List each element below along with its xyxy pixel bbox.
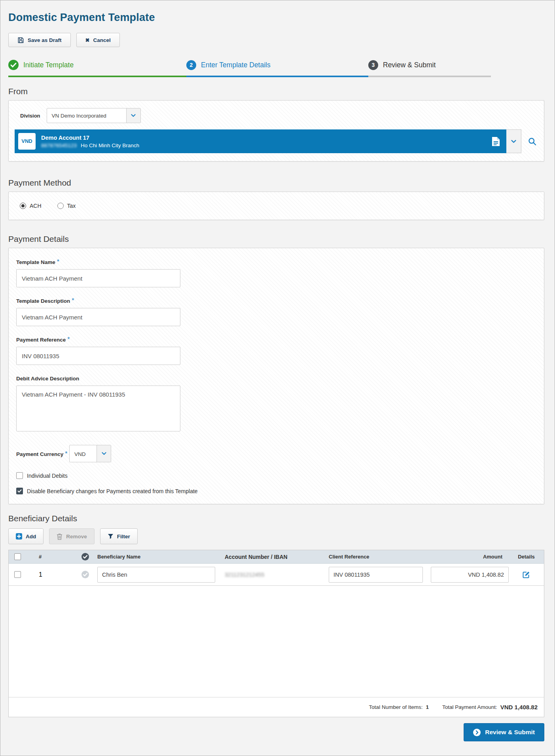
beneficiary-table: # Beneficiary Name Account Number / IBAN… — [8, 550, 544, 717]
required-asterisk: * — [65, 450, 67, 457]
checkbox-unchecked-icon[interactable] — [16, 472, 23, 479]
cancel-button[interactable]: ✖ Cancel — [76, 33, 120, 47]
row-checkbox[interactable] — [14, 571, 21, 578]
filter-funnel-icon — [108, 534, 114, 539]
table-totals-row: Total Number of Items: 1 Total Payment A… — [9, 697, 544, 717]
account-info: Demo Account 17 887876545123 Ho Chi Minh… — [41, 134, 492, 148]
payment-reference-label: Payment Reference — [16, 337, 66, 343]
domestic-payment-template-page: Domestic Payment Template Save as Draft … — [0, 0, 555, 756]
debit-advice-description-group: Debit Advice Description Vietnam ACH Pay… — [16, 375, 544, 431]
individual-debits-checkbox-row[interactable]: Individual Debits — [16, 472, 544, 479]
amount-input[interactable] — [431, 567, 509, 583]
account-number-redacted: 887876545123 — [41, 142, 77, 148]
status-check-circle-icon — [81, 553, 89, 560]
index-header: # — [26, 554, 58, 560]
amount-header: Amount — [428, 554, 509, 560]
payment-details-heading: Payment Details — [8, 234, 544, 244]
footer-actions: Review & Submit — [8, 723, 544, 741]
payment-currency-select[interactable]: VND — [69, 445, 111, 462]
account-search-icon[interactable] — [528, 137, 536, 146]
from-panel: Division VN Demo Incorporated VND Demo A… — [8, 100, 544, 161]
account-name: Demo Account 17 — [41, 135, 89, 141]
step-number-badge: 3 — [368, 60, 378, 70]
total-items-value: 1 — [426, 704, 429, 710]
division-select[interactable]: VN Demo Incorporated — [47, 108, 141, 123]
total-amount-value: VND 1,408.82 — [500, 704, 538, 710]
step-progress-bar-complete — [8, 76, 186, 77]
division-selected-value: VN Demo Incorporated — [47, 108, 126, 123]
review-submit-button[interactable]: Review & Submit — [464, 723, 544, 741]
payment-reference-group: Payment Reference* — [16, 336, 544, 365]
payment-currency-group: Payment Currency* VND — [16, 441, 544, 462]
edit-details-icon[interactable] — [522, 570, 530, 579]
payment-reference-input[interactable] — [16, 347, 180, 365]
details-header: Details — [509, 554, 544, 560]
remove-beneficiary-button[interactable]: Remove — [49, 528, 95, 544]
step-progress-bar-active — [186, 76, 368, 77]
required-asterisk: * — [57, 258, 59, 265]
template-description-input[interactable] — [16, 308, 180, 326]
payment-currency-label: Payment Currency — [16, 451, 63, 457]
radio-tax[interactable]: Tax — [57, 203, 76, 209]
row-status-check-circle-icon — [81, 571, 89, 578]
beneficiary-name-input[interactable] — [97, 567, 215, 583]
payment-method-options: ACH Tax — [20, 203, 76, 209]
chevron-down-icon[interactable] — [97, 445, 111, 462]
required-asterisk: * — [67, 336, 70, 343]
step-progress-bar-pending — [368, 76, 491, 77]
division-label: Division — [20, 113, 40, 119]
total-items-label: Total Number of Items: — [369, 704, 423, 710]
debit-advice-description-label: Debit Advice Description — [16, 376, 79, 382]
radio-ach[interactable]: ACH — [20, 203, 42, 209]
add-beneficiary-button[interactable]: Add — [8, 528, 44, 544]
total-amount-label: Total Payment Amount: — [442, 704, 497, 710]
table-empty-area — [9, 586, 544, 697]
step-initiate-template[interactable]: Initiate Template — [8, 60, 186, 77]
row-index: 1 — [26, 571, 58, 578]
remove-label: Remove — [66, 534, 87, 539]
beneficiary-account-number-redacted: 3211231212455 — [225, 572, 264, 578]
step-indicator: Initiate Template 2 Enter Template Detai… — [8, 60, 544, 77]
division-row: Division VN Demo Incorporated — [15, 108, 538, 123]
add-plus-icon — [16, 533, 22, 539]
review-submit-label: Review & Submit — [485, 729, 535, 736]
step-label: Enter Template Details — [201, 61, 271, 69]
client-reference-input[interactable] — [329, 567, 423, 583]
radio-selected-icon — [20, 203, 26, 209]
template-description-group: Template Description* — [16, 297, 544, 326]
account-number-header: Account Number / IBAN — [220, 554, 329, 560]
account-chevron-down-icon[interactable] — [506, 129, 521, 153]
beneficiary-table-header: # Beneficiary Name Account Number / IBAN… — [9, 550, 544, 564]
required-asterisk: * — [72, 297, 74, 304]
disable-beneficiary-label: Disable Beneficiary changes for Payments… — [27, 488, 198, 494]
chevron-down-icon[interactable] — [126, 108, 140, 123]
template-description-label: Template Description — [16, 298, 70, 304]
currency-badge: VND — [18, 133, 36, 150]
step-label: Initiate Template — [23, 61, 74, 69]
cancel-label: Cancel — [93, 37, 110, 43]
step-number-badge: 2 — [186, 60, 196, 70]
beneficiary-details-heading: Beneficiary Details — [8, 514, 544, 523]
payment-details-panel: Template Name* Template Description* Pay… — [8, 248, 544, 504]
step-label: Review & Submit — [383, 61, 436, 69]
select-all-checkbox[interactable] — [14, 553, 21, 560]
from-heading: From — [8, 87, 544, 96]
save-as-draft-button[interactable]: Save as Draft — [8, 33, 71, 47]
disable-beneficiary-checkbox-row[interactable]: Disable Beneficiary changes for Payments… — [16, 488, 544, 494]
individual-debits-label: Individual Debits — [27, 473, 68, 479]
template-name-group: Template Name* — [16, 258, 544, 287]
template-name-label: Template Name — [16, 259, 55, 265]
debit-advice-description-textarea[interactable]: Vietnam ACH Payment - INV 08011935 — [16, 386, 180, 431]
step-review-submit[interactable]: 3 Review & Submit — [368, 60, 491, 77]
checkbox-checked-icon[interactable] — [16, 488, 23, 494]
radio-label: Tax — [67, 203, 76, 209]
payment-currency-value: VND — [70, 445, 97, 463]
account-row: VND Demo Account 17 887876545123 Ho Chi … — [15, 129, 538, 153]
account-statement-document-icon[interactable] — [492, 137, 500, 146]
step-enter-template-details[interactable]: 2 Enter Template Details — [186, 60, 368, 77]
template-name-input[interactable] — [16, 269, 180, 287]
payment-method-heading: Payment Method — [8, 178, 544, 188]
filter-button[interactable]: Filter — [100, 528, 138, 544]
client-reference-header: Client Reference — [329, 554, 428, 560]
debit-account-selector[interactable]: VND Demo Account 17 887876545123 Ho Chi … — [15, 129, 506, 153]
